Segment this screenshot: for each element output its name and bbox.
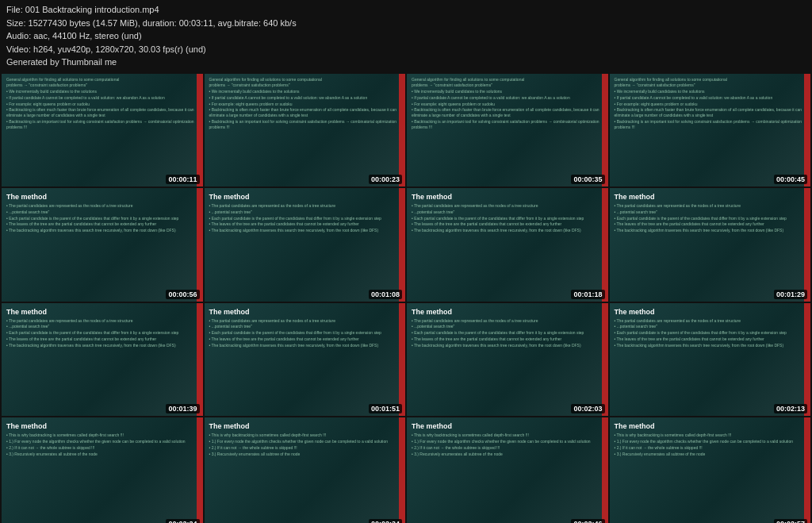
method-text: • This is why backtracking is sometimes … [412, 433, 605, 457]
method-text: • The partial candidates are represented… [615, 203, 808, 234]
header-size: Size: 15277430 bytes (14.57 MiB), durati… [6, 17, 806, 30]
red-bar [602, 74, 608, 187]
method-text: • The partial candidates are represented… [412, 318, 605, 349]
method-text: • The partial candidates are represented… [6, 203, 200, 234]
method-title: The method [209, 308, 403, 316]
method-title: The method [412, 308, 605, 316]
timestamp-4: 00:00:45 [774, 175, 807, 184]
timestamp-10: 00:01:51 [369, 404, 402, 413]
intro-text: General algorithm for finding all soluti… [6, 77, 200, 131]
method-title: The method [6, 422, 200, 430]
timestamp-8: 00:01:29 [774, 290, 807, 299]
thumbnails-grid: General algorithm for finding all soluti… [0, 72, 812, 524]
method-text: • The partial candidates are represented… [615, 318, 808, 349]
red-bar [804, 74, 810, 187]
thumbnail-6[interactable]: The method • The partial candidates are … [205, 188, 406, 302]
red-bar [804, 303, 810, 417]
method-text: • The partial candidates are represented… [6, 318, 200, 349]
timestamp-11: 00:02:03 [571, 404, 604, 413]
red-bar [804, 188, 810, 302]
thumbnail-8[interactable]: The method • The partial candidates are … [610, 188, 811, 302]
red-bar [602, 417, 608, 523]
header-generated: Generated by Thumbnail me [6, 56, 806, 69]
timestamp-14: 00:02:34 [369, 519, 402, 523]
method-title: The method [615, 422, 808, 430]
thumbnail-3[interactable]: General algorithm for finding all soluti… [407, 74, 608, 187]
intro-text: General algorithm for finding all soluti… [412, 77, 605, 131]
timestamp-15: 00:02:46 [571, 519, 604, 523]
red-bar [804, 417, 810, 523]
intro-text: General algorithm for finding all soluti… [615, 77, 808, 131]
thumbnail-9[interactable]: The method • The partial candidates are … [2, 303, 203, 417]
timestamp-16: 00:02:57 [774, 519, 807, 523]
red-bar [602, 303, 608, 417]
red-bar [399, 417, 405, 523]
method-text: • The partial candidates are represented… [209, 203, 403, 234]
red-bar [399, 303, 405, 417]
timestamp-3: 00:00:35 [571, 175, 604, 184]
method-title: The method [615, 308, 808, 316]
red-bar [399, 188, 405, 302]
header-filename: File: 001 Backtracking introduction.mp4 [6, 3, 806, 17]
method-text: • The partial candidates are represented… [209, 318, 403, 349]
red-bar [197, 303, 203, 417]
red-bar [197, 74, 203, 187]
method-title: The method [209, 422, 403, 430]
timestamp-12: 00:02:13 [774, 404, 807, 413]
method-title: The method [412, 422, 605, 430]
timestamp-7: 00:01:18 [571, 290, 604, 299]
header-audio: Audio: aac, 44100 Hz, stereo (und) [6, 29, 806, 43]
thumbnail-15[interactable]: The method • This is why backtracking is… [407, 417, 608, 523]
header: File: 001 Backtracking introduction.mp4 … [0, 0, 812, 72]
thumbnail-4[interactable]: General algorithm for finding all soluti… [610, 74, 811, 187]
timestamp-5: 00:00:56 [166, 290, 199, 299]
timestamp-13: 00:02:24 [166, 519, 199, 523]
thumbnail-5[interactable]: The method • The partial candidates are … [2, 188, 203, 302]
thumbnail-10[interactable]: The method • The partial candidates are … [205, 303, 406, 417]
thumbnail-16[interactable]: The method • This is why backtracking is… [610, 417, 811, 523]
timestamp-2: 00:00:23 [369, 175, 402, 184]
red-bar [197, 417, 203, 523]
method-text: • This is why backtracking is sometimes … [209, 433, 403, 457]
thumbnail-14[interactable]: The method • This is why backtracking is… [205, 417, 406, 523]
method-text: • The partial candidates are represented… [412, 203, 605, 234]
thumbnail-12[interactable]: The method • The partial candidates are … [610, 303, 811, 417]
method-title: The method [6, 193, 200, 201]
method-title: The method [209, 193, 403, 201]
timestamp-6: 00:01:08 [369, 290, 402, 299]
method-title: The method [6, 308, 200, 316]
red-bar [399, 74, 405, 187]
thumbnail-13[interactable]: The method • This is why backtracking is… [2, 417, 203, 523]
timestamp-9: 00:01:39 [166, 404, 199, 413]
thumbnail-11[interactable]: The method • The partial candidates are … [407, 303, 608, 417]
intro-text: General algorithm for finding all soluti… [209, 77, 403, 131]
method-text: • This is why backtracking is sometimes … [6, 433, 200, 457]
header-video: Video: h264, yuv420p, 1280x720, 30.03 fp… [6, 43, 806, 56]
red-bar [602, 188, 608, 302]
thumbnail-2[interactable]: General algorithm for finding all soluti… [205, 74, 406, 187]
red-bar [197, 188, 203, 302]
method-title: The method [615, 193, 808, 201]
timestamp-1: 00:00:11 [166, 175, 199, 184]
method-title: The method [412, 193, 605, 201]
thumbnail-1[interactable]: General algorithm for finding all soluti… [2, 74, 203, 187]
thumbnail-7[interactable]: The method • The partial candidates are … [407, 188, 608, 302]
method-text: • This is why backtracking is sometimes … [615, 433, 808, 457]
